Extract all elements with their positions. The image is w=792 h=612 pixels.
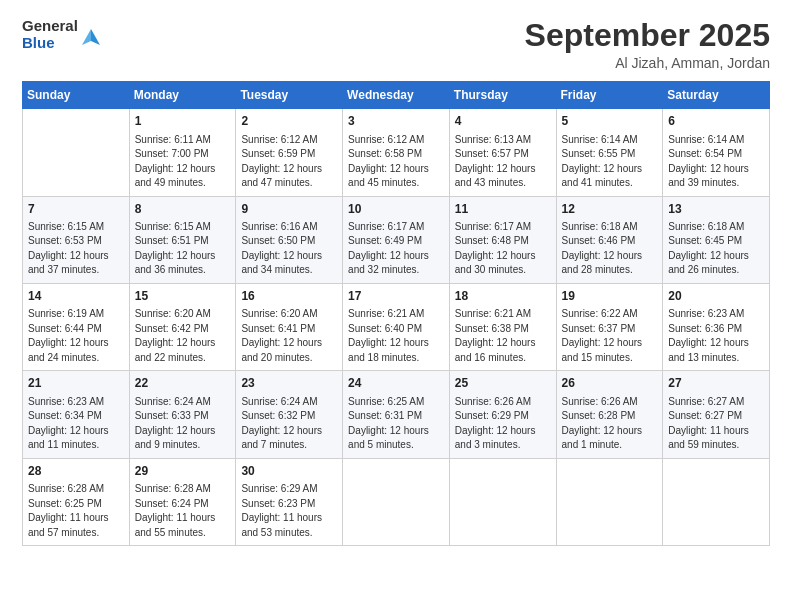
day-info: Sunrise: 6:27 AMSunset: 6:27 PMDaylight:…: [668, 395, 764, 453]
day-number: 2: [241, 113, 337, 130]
calendar-cell: 10Sunrise: 6:17 AMSunset: 6:49 PMDayligh…: [343, 196, 450, 283]
calendar-cell: 4Sunrise: 6:13 AMSunset: 6:57 PMDaylight…: [449, 109, 556, 196]
calendar-cell: 29Sunrise: 6:28 AMSunset: 6:24 PMDayligh…: [129, 458, 236, 545]
day-number: 30: [241, 463, 337, 480]
calendar-cell: 7Sunrise: 6:15 AMSunset: 6:53 PMDaylight…: [23, 196, 130, 283]
day-info: Sunrise: 6:28 AMSunset: 6:24 PMDaylight:…: [135, 482, 231, 540]
day-info: Sunrise: 6:22 AMSunset: 6:37 PMDaylight:…: [562, 307, 658, 365]
calendar-cell: 28Sunrise: 6:28 AMSunset: 6:25 PMDayligh…: [23, 458, 130, 545]
day-number: 15: [135, 288, 231, 305]
day-info: Sunrise: 6:11 AMSunset: 7:00 PMDaylight:…: [135, 133, 231, 191]
day-info: Sunrise: 6:16 AMSunset: 6:50 PMDaylight:…: [241, 220, 337, 278]
day-number: 14: [28, 288, 124, 305]
day-info: Sunrise: 6:19 AMSunset: 6:44 PMDaylight:…: [28, 307, 124, 365]
day-number: 3: [348, 113, 444, 130]
day-number: 1: [135, 113, 231, 130]
calendar-cell: 23Sunrise: 6:24 AMSunset: 6:32 PMDayligh…: [236, 371, 343, 458]
calendar-cell: 26Sunrise: 6:26 AMSunset: 6:28 PMDayligh…: [556, 371, 663, 458]
day-info: Sunrise: 6:14 AMSunset: 6:54 PMDaylight:…: [668, 133, 764, 191]
calendar-cell: 22Sunrise: 6:24 AMSunset: 6:33 PMDayligh…: [129, 371, 236, 458]
day-info: Sunrise: 6:21 AMSunset: 6:38 PMDaylight:…: [455, 307, 551, 365]
calendar-cell: 27Sunrise: 6:27 AMSunset: 6:27 PMDayligh…: [663, 371, 770, 458]
day-number: 25: [455, 375, 551, 392]
day-info: Sunrise: 6:20 AMSunset: 6:42 PMDaylight:…: [135, 307, 231, 365]
day-number: 23: [241, 375, 337, 392]
day-number: 11: [455, 201, 551, 218]
day-number: 20: [668, 288, 764, 305]
day-info: Sunrise: 6:18 AMSunset: 6:45 PMDaylight:…: [668, 220, 764, 278]
weekday-header-thursday: Thursday: [449, 82, 556, 109]
calendar-cell: [556, 458, 663, 545]
day-number: 6: [668, 113, 764, 130]
day-number: 10: [348, 201, 444, 218]
calendar-cell: 13Sunrise: 6:18 AMSunset: 6:45 PMDayligh…: [663, 196, 770, 283]
calendar-cell: 1Sunrise: 6:11 AMSunset: 7:00 PMDaylight…: [129, 109, 236, 196]
day-info: Sunrise: 6:15 AMSunset: 6:53 PMDaylight:…: [28, 220, 124, 278]
calendar-cell: 12Sunrise: 6:18 AMSunset: 6:46 PMDayligh…: [556, 196, 663, 283]
day-number: 19: [562, 288, 658, 305]
calendar-cell: 25Sunrise: 6:26 AMSunset: 6:29 PMDayligh…: [449, 371, 556, 458]
calendar-cell: [23, 109, 130, 196]
calendar-cell: [343, 458, 450, 545]
calendar-cell: 30Sunrise: 6:29 AMSunset: 6:23 PMDayligh…: [236, 458, 343, 545]
day-number: 7: [28, 201, 124, 218]
calendar-cell: 3Sunrise: 6:12 AMSunset: 6:58 PMDaylight…: [343, 109, 450, 196]
day-number: 26: [562, 375, 658, 392]
day-number: 27: [668, 375, 764, 392]
logo-sail-icon: [80, 27, 102, 49]
day-number: 24: [348, 375, 444, 392]
day-number: 29: [135, 463, 231, 480]
weekday-header-monday: Monday: [129, 82, 236, 109]
calendar-week-1: 1Sunrise: 6:11 AMSunset: 7:00 PMDaylight…: [23, 109, 770, 196]
day-number: 18: [455, 288, 551, 305]
day-info: Sunrise: 6:29 AMSunset: 6:23 PMDaylight:…: [241, 482, 337, 540]
day-number: 22: [135, 375, 231, 392]
page-header: General Blue September 2025 Al Jizah, Am…: [22, 18, 770, 71]
day-number: 21: [28, 375, 124, 392]
calendar-cell: 6Sunrise: 6:14 AMSunset: 6:54 PMDaylight…: [663, 109, 770, 196]
calendar-cell: 15Sunrise: 6:20 AMSunset: 6:42 PMDayligh…: [129, 283, 236, 370]
calendar-cell: 18Sunrise: 6:21 AMSunset: 6:38 PMDayligh…: [449, 283, 556, 370]
day-info: Sunrise: 6:17 AMSunset: 6:49 PMDaylight:…: [348, 220, 444, 278]
day-info: Sunrise: 6:26 AMSunset: 6:28 PMDaylight:…: [562, 395, 658, 453]
calendar-table: SundayMondayTuesdayWednesdayThursdayFrid…: [22, 81, 770, 546]
calendar-cell: 16Sunrise: 6:20 AMSunset: 6:41 PMDayligh…: [236, 283, 343, 370]
day-info: Sunrise: 6:12 AMSunset: 6:58 PMDaylight:…: [348, 133, 444, 191]
logo: General Blue: [22, 18, 102, 51]
location: Al Jizah, Amman, Jordan: [525, 55, 770, 71]
day-number: 16: [241, 288, 337, 305]
calendar-week-3: 14Sunrise: 6:19 AMSunset: 6:44 PMDayligh…: [23, 283, 770, 370]
weekday-header-row: SundayMondayTuesdayWednesdayThursdayFrid…: [23, 82, 770, 109]
day-number: 17: [348, 288, 444, 305]
calendar-week-2: 7Sunrise: 6:15 AMSunset: 6:53 PMDaylight…: [23, 196, 770, 283]
day-number: 4: [455, 113, 551, 130]
day-info: Sunrise: 6:28 AMSunset: 6:25 PMDaylight:…: [28, 482, 124, 540]
day-number: 8: [135, 201, 231, 218]
month-title: September 2025: [525, 18, 770, 53]
calendar-cell: 14Sunrise: 6:19 AMSunset: 6:44 PMDayligh…: [23, 283, 130, 370]
weekday-header-tuesday: Tuesday: [236, 82, 343, 109]
day-info: Sunrise: 6:24 AMSunset: 6:32 PMDaylight:…: [241, 395, 337, 453]
day-info: Sunrise: 6:20 AMSunset: 6:41 PMDaylight:…: [241, 307, 337, 365]
calendar-cell: [449, 458, 556, 545]
day-info: Sunrise: 6:17 AMSunset: 6:48 PMDaylight:…: [455, 220, 551, 278]
day-info: Sunrise: 6:21 AMSunset: 6:40 PMDaylight:…: [348, 307, 444, 365]
day-info: Sunrise: 6:15 AMSunset: 6:51 PMDaylight:…: [135, 220, 231, 278]
calendar-cell: 11Sunrise: 6:17 AMSunset: 6:48 PMDayligh…: [449, 196, 556, 283]
calendar-cell: 19Sunrise: 6:22 AMSunset: 6:37 PMDayligh…: [556, 283, 663, 370]
calendar-cell: 9Sunrise: 6:16 AMSunset: 6:50 PMDaylight…: [236, 196, 343, 283]
day-info: Sunrise: 6:25 AMSunset: 6:31 PMDaylight:…: [348, 395, 444, 453]
day-info: Sunrise: 6:26 AMSunset: 6:29 PMDaylight:…: [455, 395, 551, 453]
day-info: Sunrise: 6:23 AMSunset: 6:34 PMDaylight:…: [28, 395, 124, 453]
calendar-cell: [663, 458, 770, 545]
title-block: September 2025 Al Jizah, Amman, Jordan: [525, 18, 770, 71]
calendar-cell: 2Sunrise: 6:12 AMSunset: 6:59 PMDaylight…: [236, 109, 343, 196]
calendar-cell: 17Sunrise: 6:21 AMSunset: 6:40 PMDayligh…: [343, 283, 450, 370]
day-number: 9: [241, 201, 337, 218]
day-number: 28: [28, 463, 124, 480]
day-number: 5: [562, 113, 658, 130]
calendar-cell: 24Sunrise: 6:25 AMSunset: 6:31 PMDayligh…: [343, 371, 450, 458]
day-info: Sunrise: 6:24 AMSunset: 6:33 PMDaylight:…: [135, 395, 231, 453]
weekday-header-friday: Friday: [556, 82, 663, 109]
day-info: Sunrise: 6:23 AMSunset: 6:36 PMDaylight:…: [668, 307, 764, 365]
